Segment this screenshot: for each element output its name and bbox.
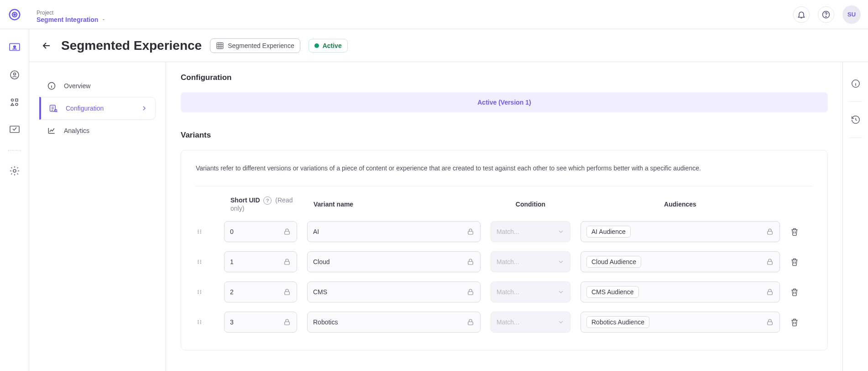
sidenav-item-overview[interactable]: Overview bbox=[39, 75, 156, 97]
audiences-cell[interactable]: AI Audience bbox=[580, 221, 780, 242]
drag-handle[interactable] bbox=[196, 228, 214, 235]
svg-point-29 bbox=[198, 263, 199, 264]
notifications-button[interactable] bbox=[793, 6, 810, 23]
variant-name-cell[interactable]: AI bbox=[307, 221, 481, 242]
svg-point-36 bbox=[198, 290, 199, 291]
condition-select[interactable]: Match... bbox=[491, 281, 570, 302]
variant-name-cell[interactable]: Robotics bbox=[307, 312, 481, 333]
history-icon bbox=[851, 115, 861, 125]
section-title-variants: Variants bbox=[181, 131, 828, 140]
rail-item-events[interactable] bbox=[7, 122, 22, 137]
variant-name-cell[interactable]: Cloud bbox=[307, 251, 481, 272]
svg-point-46 bbox=[198, 322, 199, 323]
audiences-cell[interactable]: Cloud Audience bbox=[580, 251, 780, 272]
delete-row-button[interactable] bbox=[790, 227, 813, 236]
right-rail-divider bbox=[849, 101, 862, 102]
right-rail bbox=[842, 62, 868, 371]
short-uid-value: 3 bbox=[230, 318, 278, 326]
lock-icon bbox=[283, 228, 291, 236]
variant-name-cell[interactable]: CMS bbox=[307, 281, 481, 302]
people-shapes-icon bbox=[9, 97, 20, 108]
right-rail-history[interactable] bbox=[849, 113, 863, 127]
svg-rect-26 bbox=[768, 232, 773, 235]
rail-item-segments[interactable] bbox=[7, 95, 22, 110]
status-pill: Active bbox=[309, 39, 348, 53]
variant-name-value: Robotics bbox=[313, 318, 462, 326]
svg-rect-25 bbox=[468, 232, 473, 235]
svg-point-30 bbox=[200, 260, 201, 261]
chevron-down-icon bbox=[557, 288, 565, 296]
delete-row-button[interactable] bbox=[790, 257, 813, 266]
bell-icon bbox=[797, 10, 806, 19]
audience-chip[interactable]: CMS Audience bbox=[586, 286, 639, 298]
rail-item-audiences[interactable] bbox=[7, 68, 22, 82]
lock-icon bbox=[466, 258, 475, 266]
avatar-initials: SU bbox=[847, 11, 856, 18]
svg-rect-14 bbox=[217, 42, 223, 49]
svg-point-11 bbox=[16, 103, 18, 106]
content-scroll[interactable]: Configuration Active (Version 1) Variant… bbox=[166, 62, 842, 371]
lock-icon bbox=[766, 318, 774, 326]
condition-select[interactable]: Match... bbox=[491, 221, 570, 242]
svg-rect-51 bbox=[285, 322, 290, 325]
condition-select[interactable]: Match... bbox=[491, 312, 570, 333]
condition-select[interactable]: Match... bbox=[491, 251, 570, 272]
sidenav-label: Analytics bbox=[64, 127, 89, 134]
short-uid-cell: 2 bbox=[224, 281, 297, 302]
segmented-icon bbox=[216, 42, 224, 50]
variants-table: Short UID ? (Read only) Variant name Con… bbox=[196, 190, 813, 337]
svg-point-45 bbox=[198, 320, 199, 321]
audience-chip[interactable]: Cloud Audience bbox=[586, 256, 641, 268]
caret-down-icon bbox=[101, 17, 106, 22]
svg-rect-43 bbox=[468, 292, 473, 295]
drag-handle[interactable] bbox=[196, 318, 214, 326]
audience-chip[interactable]: AI Audience bbox=[586, 226, 631, 238]
audiences-cell[interactable]: Robotics Audience bbox=[580, 312, 780, 333]
svg-point-4 bbox=[826, 16, 826, 16]
rail-divider bbox=[8, 150, 21, 151]
svg-point-37 bbox=[198, 292, 199, 292]
project-name: Segment Integration bbox=[37, 16, 98, 23]
svg-point-41 bbox=[200, 293, 201, 294]
delete-row-button[interactable] bbox=[790, 318, 813, 327]
svg-point-2 bbox=[14, 14, 16, 15]
svg-rect-35 bbox=[768, 262, 773, 265]
gear-icon bbox=[9, 165, 20, 176]
svg-rect-33 bbox=[285, 262, 290, 265]
chevron-down-icon bbox=[557, 258, 565, 265]
audience-chip[interactable]: Robotics Audience bbox=[586, 316, 649, 328]
svg-point-27 bbox=[198, 260, 199, 261]
svg-point-23 bbox=[200, 233, 201, 234]
svg-rect-44 bbox=[768, 292, 773, 295]
arrow-left-icon bbox=[41, 40, 52, 51]
sidenav-item-configuration[interactable]: Configuration bbox=[39, 97, 156, 120]
audiences-cell[interactable]: CMS Audience bbox=[580, 281, 780, 302]
lock-icon bbox=[466, 288, 475, 296]
svg-point-21 bbox=[200, 230, 201, 231]
svg-point-49 bbox=[200, 322, 201, 323]
delete-row-button[interactable] bbox=[790, 287, 813, 297]
short-uid-value: 1 bbox=[230, 258, 278, 265]
status-dot-icon bbox=[314, 43, 319, 48]
help-button[interactable] bbox=[818, 6, 834, 23]
rail-item-settings[interactable] bbox=[7, 164, 22, 178]
rail-item-experiences[interactable] bbox=[7, 40, 22, 55]
svg-rect-42 bbox=[285, 292, 290, 295]
svg-point-20 bbox=[198, 233, 199, 234]
sidenav-item-analytics[interactable]: Analytics bbox=[39, 120, 156, 142]
variant-name-value: CMS bbox=[313, 288, 462, 296]
back-button[interactable] bbox=[40, 39, 53, 52]
lock-icon bbox=[766, 228, 774, 236]
avatar[interactable]: SU bbox=[842, 5, 861, 24]
left-rail bbox=[0, 29, 29, 371]
right-rail-info[interactable] bbox=[849, 77, 863, 90]
condition-placeholder: Match... bbox=[497, 288, 519, 296]
app-logo[interactable] bbox=[0, 0, 29, 29]
lock-icon bbox=[766, 288, 774, 296]
help-icon[interactable]: ? bbox=[263, 196, 272, 205]
project-selector[interactable]: Project Segment Integration bbox=[29, 6, 106, 23]
drag-handle[interactable] bbox=[196, 258, 214, 265]
short-uid-cell: 0 bbox=[224, 221, 297, 242]
drag-handle[interactable] bbox=[196, 288, 214, 296]
version-banner[interactable]: Active (Version 1) bbox=[181, 92, 828, 112]
